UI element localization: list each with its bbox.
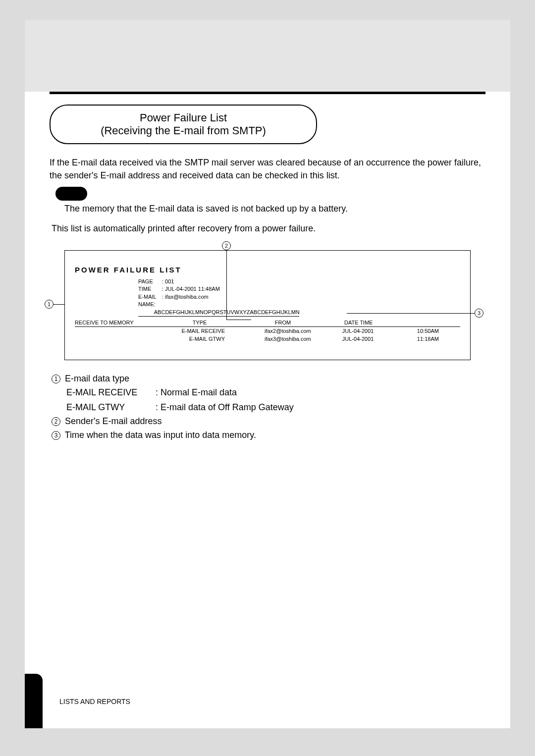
meta-name-label: NAME [138,301,154,316]
meta-email-value: : ifax@toshiba.com [162,293,460,301]
cell-from: ifax2@toshiba.com [240,328,322,334]
legend-1b-key: E-MAIL GTWY [66,401,156,415]
meta-email-label: E-MAIL [138,293,162,301]
footer-black-tab [25,674,43,728]
meta-name-value: : ABCDEFGHIJKLMNOPQRSTUVWXYZABCDEFGHIJKL… [154,301,300,316]
note-badge [55,187,87,201]
section-title-bubble: Power Failure List (Receiving the E-mail… [50,105,317,144]
intro-paragraph: If the E-mail data received via the SMTP… [50,156,485,182]
cell-time: 11:18AM [391,336,460,342]
col-date-time: DATE TIME [324,320,460,325]
col-type: TYPE [158,320,241,325]
table-row: E-MAIL GTWY ifax3@toshiba.com JUL-04-200… [75,335,460,343]
legend-2-text: Sender's E-mail address [65,416,162,426]
legend-num-2: 2 [52,417,60,426]
cell-time: 10:50AM [391,328,460,334]
cell-type: E-MAIL GTWY [157,336,240,342]
header-band [25,20,510,92]
col-from: FROM [241,320,324,325]
document-page: Power Failure List (Receiving the E-mail… [25,20,510,728]
cell-date: JUL-04-2001 [322,336,391,342]
legend-num-3: 3 [52,431,60,440]
table-row: E-MAIL RECEIVE ifax2@toshiba.com JUL-04-… [75,327,460,335]
sample-printout: POWER FAILURE LIST PAGE : 001 TIME : JUL… [64,250,471,360]
callout-1-icon: 1 [45,300,54,309]
cell-type: E-MAIL RECEIVE [157,328,240,334]
sample-meta: PAGE : 001 TIME : JUL-04-2001 11:48AM E-… [138,278,460,317]
horizontal-rule [50,92,485,94]
title-line-2: (Receiving the E-mail from SMTP) [51,124,316,137]
legend-1a-val: : Normal E-mail data [156,386,485,400]
legend-1a-key: E-MAIL RECEIVE [66,386,156,400]
cell-empty [75,336,157,342]
meta-time-value: : JUL-04-2001 11:48AM [162,285,460,293]
legend-block: 1 E-mail data type E-MAIL RECEIVE : Norm… [52,372,485,442]
note-text: The memory that the E-mail data is saved… [64,204,485,214]
table-header-row: RECEIVE TO MEMORY TYPE FROM DATE TIME [75,319,460,327]
legend-num-1: 1 [52,375,60,383]
cell-from: ifax3@toshiba.com [240,336,322,342]
callout-3-icon: 3 [475,309,483,318]
auto-print-text: This list is automatically printed after… [52,223,485,234]
sample-title: POWER FAILURE LIST [75,266,460,274]
meta-time-label: TIME [138,285,162,293]
meta-page-value: : 001 [162,278,460,285]
title-line-1: Power Failure List [51,111,316,124]
callout-1-line [54,304,64,305]
meta-page-label: PAGE [138,278,162,285]
cell-date: JUL-04-2001 [322,328,391,334]
legend-3-text: Time when the data was input into data m… [65,430,256,440]
sample-table: RECEIVE TO MEMORY TYPE FROM DATE TIME E-… [75,319,460,343]
legend-1b-val: : E-mail data of Off Ramp Gateway [156,401,485,415]
cell-empty [75,328,157,334]
col-receive-to-memory: RECEIVE TO MEMORY [75,320,158,325]
legend-1-text: E-mail data type [65,374,129,383]
footer-label: LISTS AND REPORTS [59,698,130,705]
callout-2-icon: 2 [222,241,231,250]
